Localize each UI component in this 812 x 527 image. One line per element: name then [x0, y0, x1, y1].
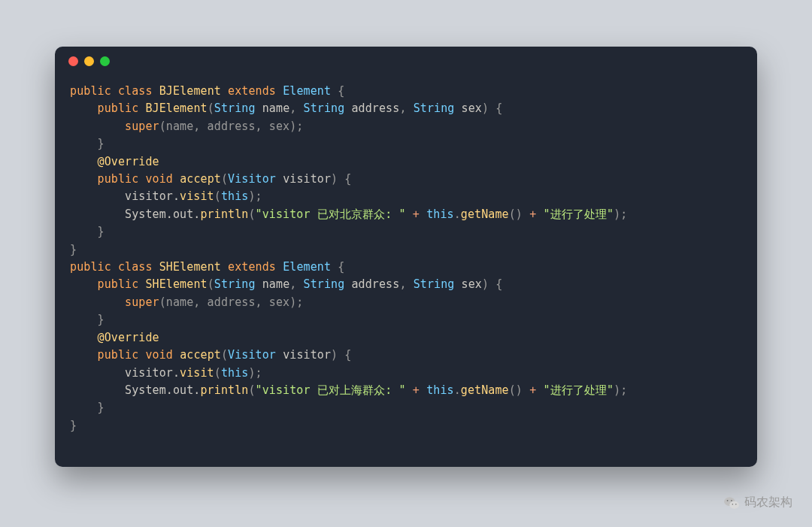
ctor: SHElement: [145, 277, 207, 291]
punct: (: [208, 277, 214, 291]
punct: ,: [399, 277, 413, 291]
keyword: public: [70, 84, 111, 98]
method-call: getName: [461, 207, 509, 221]
punct: (: [221, 172, 228, 186]
punct: ) {: [482, 277, 502, 291]
type-name: String: [304, 277, 345, 291]
param: visitor: [283, 348, 331, 362]
punct: }: [70, 401, 105, 414]
keyword: super: [125, 120, 159, 133]
indent: [70, 155, 98, 168]
keyword: this: [221, 189, 249, 203]
minimize-icon[interactable]: [84, 56, 94, 66]
keyword: extends: [228, 84, 276, 98]
string: "visitor 已对上海群众: ": [256, 383, 406, 397]
annotation: @Override: [98, 331, 159, 344]
keyword: class: [118, 260, 153, 274]
method-call: println: [200, 207, 248, 221]
punct: (: [248, 207, 255, 221]
operator: +: [406, 207, 426, 221]
ctor: BJElement: [145, 101, 207, 115]
type-name: Visitor: [228, 172, 276, 186]
keyword: this: [426, 207, 454, 221]
keyword: this: [221, 366, 249, 380]
code-block: public class BJElement extends Element {…: [55, 75, 757, 450]
punct: .: [454, 383, 461, 397]
code-text: visitor.: [70, 189, 180, 203]
punct: ) {: [482, 101, 502, 115]
code-text: System.out.: [70, 383, 200, 397]
punct: ,: [289, 101, 303, 115]
operator: +: [529, 207, 536, 221]
type-name: Element: [283, 84, 331, 98]
type-name: String: [214, 277, 256, 291]
punct: (: [221, 348, 228, 362]
punct: (): [509, 383, 529, 397]
param: sex: [462, 101, 482, 115]
watermark-text: 码农架构: [744, 495, 792, 510]
punct: }: [70, 225, 105, 238]
param: address: [351, 277, 399, 291]
punct: }: [70, 313, 105, 326]
keyword: super: [125, 295, 159, 309]
punct: (): [509, 207, 529, 221]
punct: }: [70, 419, 77, 432]
indent: [70, 331, 98, 344]
param: name: [262, 101, 290, 115]
indent: [70, 120, 125, 133]
punct: (name, address, sex);: [159, 120, 304, 133]
class-name: BJElement: [159, 84, 221, 98]
zoom-icon[interactable]: [100, 56, 110, 66]
punct: (name, address, sex);: [159, 295, 304, 309]
keyword: this: [426, 383, 454, 397]
punct: ,: [399, 101, 413, 115]
keyword: void: [145, 348, 173, 362]
method-call: visit: [180, 189, 214, 203]
keyword: public: [98, 172, 139, 186]
method: accept: [180, 172, 221, 186]
punct: ,: [289, 277, 303, 291]
punct: {: [338, 260, 344, 274]
keyword: public: [98, 348, 139, 362]
method: accept: [180, 348, 221, 362]
type-name: Visitor: [228, 348, 276, 362]
method-call: println: [200, 383, 248, 397]
keyword: public: [98, 101, 139, 115]
svg-point-2: [727, 499, 729, 501]
param: sex: [462, 277, 482, 291]
method-call: visit: [180, 366, 214, 380]
punct: .: [454, 207, 461, 221]
type-name: String: [214, 101, 256, 115]
keyword: extends: [228, 260, 276, 274]
code-text: visitor.: [70, 366, 180, 380]
close-icon[interactable]: [68, 56, 78, 66]
code-window: public class BJElement extends Element {…: [55, 47, 757, 467]
window-titlebar: [55, 47, 757, 75]
keyword: public: [98, 277, 139, 291]
punct: (: [208, 101, 214, 115]
indent: [70, 348, 98, 362]
method-call: getName: [461, 383, 509, 397]
punct: ) {: [331, 172, 351, 186]
annotation: @Override: [98, 155, 159, 168]
punct: );: [248, 366, 262, 380]
operator: +: [529, 383, 536, 397]
punct: {: [338, 84, 344, 98]
punct: ) {: [331, 348, 351, 362]
wechat-icon: [723, 496, 740, 510]
type-name: Element: [283, 260, 331, 274]
svg-point-1: [729, 501, 739, 508]
code-text: System.out.: [70, 207, 200, 221]
indent: [70, 277, 98, 291]
punct: );: [248, 189, 262, 203]
keyword: class: [118, 84, 153, 98]
type-name: String: [414, 101, 455, 115]
operator: +: [406, 383, 426, 397]
param: visitor: [283, 172, 331, 186]
punct: );: [614, 383, 627, 397]
punct: );: [614, 207, 627, 221]
keyword: void: [145, 172, 173, 186]
svg-point-5: [735, 504, 736, 504]
param: name: [262, 277, 290, 291]
type-name: String: [304, 101, 345, 115]
